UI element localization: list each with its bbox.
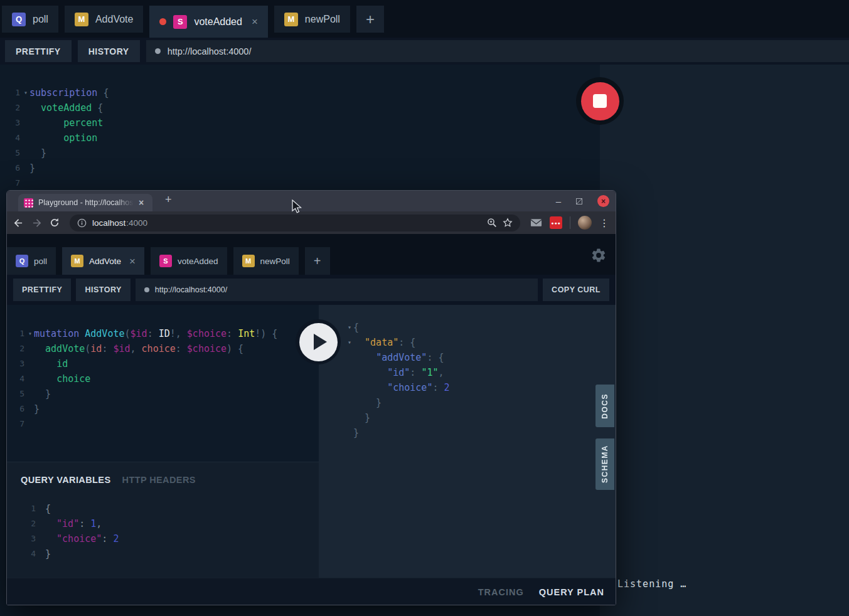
code-line: "id": "1", [344, 365, 616, 380]
browser-titlebar[interactable]: Playground - http://localhost:40 × + – × [7, 191, 616, 211]
copy-curl-button[interactable]: COPY CURL [543, 279, 609, 301]
mouse-cursor [291, 199, 302, 215]
tab-voteadded[interactable]: S voteAdded [151, 247, 227, 275]
endpoint-url-bar[interactable]: http://localhost:4000/ [146, 40, 849, 62]
mutation-badge: M [71, 255, 83, 267]
settings-gear-icon[interactable] [590, 247, 607, 266]
query-editor-pane[interactable]: 1▾mutation AddVote($id: ID!, $choice: In… [7, 305, 319, 462]
screen: Q poll M AddVote S voteAdded × M newPoll… [0, 0, 849, 616]
history-button[interactable]: HISTORY [76, 279, 130, 301]
endpoint-url-bar[interactable]: http://localhost:4000/ [136, 279, 538, 301]
execute-query-button[interactable] [296, 319, 341, 364]
tab-query-variables[interactable]: QUERY VARIABLES [21, 475, 111, 485]
variables-editor[interactable]: 1{2 "id": 1,3 "choice": 24} [21, 485, 319, 561]
code-line: 6} [9, 401, 319, 417]
new-tab-button[interactable]: + [356, 6, 384, 33]
tab-label: newPoll [305, 14, 340, 25]
response-viewer[interactable]: ▾{▾ "data": { "addVote": { "id": "1", "c… [319, 305, 616, 440]
bg-query-editor[interactable]: 1▾subscription {2 voteAdded {3 percent4 … [0, 65, 600, 191]
code-line: } [344, 425, 616, 440]
playground-main: 1▾mutation AddVote($id: ID!, $choice: In… [7, 305, 616, 578]
stop-subscription-button[interactable] [576, 77, 624, 125]
mutation-badge: M [75, 13, 88, 26]
code-line: 2 voteAdded { [5, 100, 600, 115]
bookmark-star-icon[interactable] [503, 218, 513, 228]
code-line: 3 id [9, 356, 319, 371]
back-button[interactable] [13, 218, 24, 228]
tracing-button[interactable]: TRACING [478, 587, 524, 597]
close-icon[interactable]: × [129, 256, 136, 267]
subscription-badge: S [173, 15, 187, 29]
tab-label: newPoll [260, 257, 290, 266]
query-variables-panel: QUERY VARIABLES HTTP HEADERS 1{2 "id": 1… [7, 462, 319, 578]
close-icon[interactable]: × [139, 198, 144, 208]
code-line: 1▾subscription { [5, 85, 600, 100]
schema-side-tab[interactable]: SCHEMA [595, 438, 614, 490]
tab-addvote-active[interactable]: M AddVote × [62, 247, 144, 275]
bg-playground-toolbar: PRETTIFY HISTORY http://localhost:4000/ [0, 38, 849, 65]
prettify-button[interactable]: PRETTIFY [13, 279, 71, 301]
tab-poll[interactable]: Q poll [7, 247, 56, 275]
subscription-badge: S [159, 255, 172, 267]
tab-label: poll [34, 257, 47, 266]
tab-http-headers[interactable]: HTTP HEADERS [122, 475, 196, 485]
browser-navbar: localhost:4000 ●●● ⋮ [7, 211, 616, 234]
code-line: 3 percent [5, 115, 600, 130]
close-icon[interactable]: × [252, 16, 258, 27]
tab-newpoll[interactable]: M newPoll [233, 247, 299, 275]
window-controls: – × [556, 191, 609, 211]
mutation-badge: M [284, 13, 298, 26]
history-button[interactable]: HISTORY [78, 40, 140, 62]
endpoint-dot-icon [155, 48, 161, 54]
site-info-icon[interactable] [77, 218, 87, 228]
browser-tab-title: Playground - http://localhost:40 [38, 198, 134, 207]
stop-icon [593, 94, 607, 108]
address-port: :4000 [126, 218, 147, 228]
playground-favicon [24, 198, 33, 208]
address-bar[interactable]: localhost:4000 [70, 215, 520, 231]
code-line: 7 [9, 417, 319, 432]
inner-playground: Q poll M AddVote × S voteAdded M newPoll [7, 234, 616, 605]
bg-playground-tabbar: Q poll M AddVote S voteAdded × M newPoll… [0, 0, 849, 38]
tab-voteadded-active[interactable]: S voteAdded × [149, 6, 267, 38]
mutation-badge: M [242, 255, 255, 267]
endpoint-url: http://localhost:4000/ [155, 285, 227, 294]
reload-button[interactable] [50, 218, 60, 228]
tab-addvote[interactable]: M AddVote [65, 6, 144, 33]
browser-new-tab-button[interactable]: + [165, 193, 172, 206]
code-line: "addVote": { [344, 350, 616, 365]
browser-window: Playground - http://localhost:40 × + – × [6, 190, 616, 605]
code-line: 4 option [5, 130, 600, 146]
address-host: localhost [92, 218, 125, 228]
profile-avatar[interactable] [578, 216, 592, 230]
plus-icon: + [314, 254, 321, 268]
tab-poll[interactable]: Q poll [2, 6, 58, 33]
browser-tab[interactable]: Playground - http://localhost:40 × [18, 194, 152, 211]
query-badge: Q [16, 255, 28, 267]
code-line: 5 } [5, 146, 600, 161]
listening-status: Listening … [617, 578, 686, 590]
new-tab-button[interactable]: + [305, 247, 330, 275]
prettify-button[interactable]: PRETTIFY [5, 40, 72, 62]
code-line: 1{ [21, 501, 319, 516]
docs-side-tab[interactable]: DOCS [595, 385, 614, 427]
forward-button[interactable] [31, 218, 42, 228]
playground-toolbar: PRETTIFY HISTORY http://localhost:4000/ … [7, 275, 616, 305]
unsaved-dot [159, 18, 166, 25]
query-editor[interactable]: 1▾mutation AddVote($id: ID!, $choice: In… [7, 305, 319, 432]
zoom-page-icon[interactable] [487, 218, 497, 228]
tab-newpoll[interactable]: M newPoll [274, 6, 350, 33]
maximize-button[interactable] [576, 198, 582, 204]
mail-extension-icon[interactable] [530, 218, 542, 227]
code-line: 4 choice [9, 371, 319, 386]
window-close-button[interactable]: × [597, 195, 609, 207]
browser-menu-icon[interactable]: ⋮ [599, 217, 609, 229]
response-pane[interactable]: ▾{▾ "data": { "addVote": { "id": "1", "c… [319, 305, 616, 578]
code-line: "choice": 2 [344, 380, 616, 395]
query-plan-button[interactable]: QUERY PLAN [539, 587, 604, 597]
code-line: 2 "id": 1, [21, 516, 319, 531]
code-line: ▾{ [344, 320, 616, 335]
password-extension-icon[interactable]: ●●● [550, 216, 562, 229]
code-line: 4} [21, 546, 319, 561]
minimize-button[interactable]: – [556, 196, 561, 206]
